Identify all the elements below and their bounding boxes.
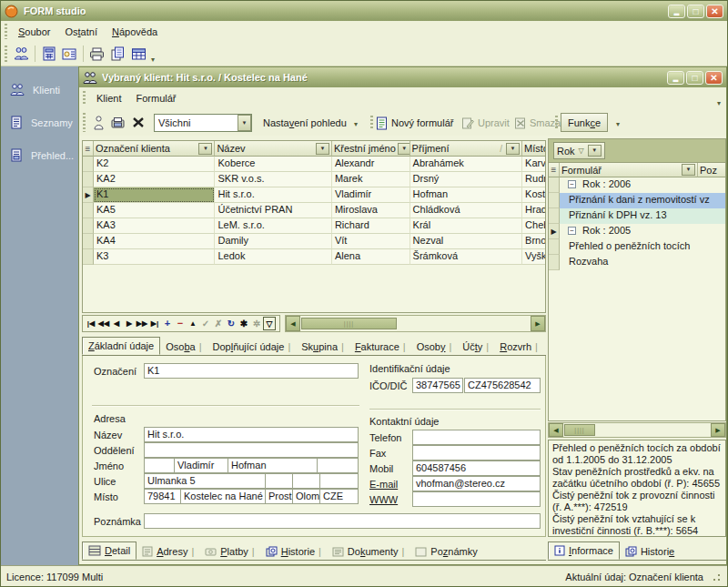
- table-row[interactable]: K2 Koberce Alexandr Abrahámek Karv: [83, 157, 545, 172]
- person-icon[interactable]: [89, 112, 108, 133]
- nav-post-button[interactable]: ✓: [199, 317, 212, 330]
- nav-cancel-button[interactable]: ✗: [212, 317, 225, 330]
- group-row-current[interactable]: Rok : 2005: [549, 224, 725, 239]
- column-header-misto[interactable]: Místo: [522, 141, 545, 157]
- card-printer-icon[interactable]: [108, 112, 128, 133]
- titul-field[interactable]: [144, 458, 175, 473]
- chevron-down-icon[interactable]: [588, 145, 602, 157]
- new-form-button[interactable]: Nový formulář: [376, 114, 453, 132]
- tab-adresy[interactable]: Adresy|: [136, 543, 199, 560]
- print-icon[interactable]: [86, 44, 107, 65]
- minimize-button[interactable]: [668, 5, 685, 18]
- table-row[interactable]: KA4 Damily Vít Nezval Brno: [83, 234, 545, 249]
- jmeno-field[interactable]: Vladimír: [174, 458, 228, 473]
- toolbar-grip[interactable]: [83, 113, 86, 131]
- dic-field[interactable]: CZ475628542: [464, 378, 541, 393]
- menu-overflow-icon[interactable]: ▾: [715, 99, 723, 107]
- collapse-icon[interactable]: [568, 227, 576, 235]
- tab-historie[interactable]: Historie|: [260, 543, 327, 560]
- fax-field[interactable]: [412, 445, 541, 460]
- column-filter-icon[interactable]: [506, 143, 520, 155]
- copy-documents-icon[interactable]: [107, 44, 128, 65]
- table-row[interactable]: K3 Ledok Alena Šrámková Vyšk: [83, 249, 545, 265]
- column-filter-icon[interactable]: [682, 164, 695, 176]
- ulice-extra-field[interactable]: [265, 473, 293, 489]
- telefon-field[interactable]: [412, 430, 541, 445]
- column-header-formular[interactable]: Formulář: [560, 163, 698, 177]
- email-field[interactable]: vhofman@stereo.cz: [412, 476, 541, 491]
- tab-skupina[interactable]: Skupina|: [296, 339, 349, 355]
- filter-funnel-icon[interactable]: ▽: [263, 317, 276, 330]
- table-row[interactable]: KA3 LeM. s.r.o. Richard Král Cheb: [83, 218, 545, 234]
- maximize-button[interactable]: [687, 5, 704, 18]
- tab-zakladni-udaje[interactable]: Základní údaje: [82, 337, 160, 355]
- nav-last-button[interactable]: ▶|: [148, 317, 161, 330]
- nav-delete-button[interactable]: −: [174, 317, 187, 330]
- table-row[interactable]: KA5 Účetnictví PRAN Miroslava Chládková …: [83, 203, 545, 218]
- chevron-down-icon[interactable]: [238, 115, 251, 131]
- scrollbar-thumb[interactable]: ||||: [564, 424, 595, 436]
- menu-formular[interactable]: Formulář: [129, 90, 184, 106]
- column-header-oznaceni[interactable]: Označení klienta: [94, 141, 215, 157]
- close-button[interactable]: [705, 71, 723, 85]
- grid-corner-icon[interactable]: [549, 163, 560, 177]
- nav-first-button[interactable]: |◀: [85, 317, 97, 330]
- okres-field[interactable]: Prost: [265, 489, 293, 504]
- tab-historie[interactable]: Historie: [620, 543, 680, 560]
- minimize-button[interactable]: [667, 71, 684, 85]
- tab-doplnujici-udaje[interactable]: Doplňující údaje|: [207, 339, 296, 355]
- resize-grip[interactable]: [711, 572, 722, 582]
- scroll-right-icon[interactable]: ▶: [711, 423, 725, 437]
- column-header-prijmeni[interactable]: Příjmení/: [410, 141, 523, 157]
- sidebar-item-klienti[interactable]: Klienti: [1, 81, 78, 98]
- delete-x-icon[interactable]: [128, 112, 148, 133]
- tab-osoba[interactable]: Osoba|: [160, 339, 207, 355]
- kraj-field[interactable]: Olom: [292, 489, 320, 504]
- menubar-grip[interactable]: [83, 91, 86, 106]
- www-link-label[interactable]: WWW: [369, 494, 398, 505]
- scrollbar-thumb[interactable]: ||||: [301, 318, 397, 329]
- group-by-chip-rok[interactable]: Rok ▽: [553, 142, 605, 159]
- nav-prior-button[interactable]: ◀: [110, 317, 123, 330]
- data-grid-icon[interactable]: [128, 44, 149, 65]
- scroll-right-icon[interactable]: ▶: [531, 316, 545, 331]
- toolbar-grip[interactable]: [370, 116, 373, 130]
- nazev-field[interactable]: Hit s.r.o.: [144, 427, 359, 442]
- scroll-left-icon[interactable]: ◀: [549, 423, 563, 437]
- tab-fakturace[interactable]: Fakturace|: [349, 339, 411, 355]
- ico-field[interactable]: 38747565: [412, 378, 463, 393]
- sidebar-item-seznamy[interactable]: Seznamy: [1, 114, 78, 131]
- oddeleni-field[interactable]: [144, 442, 359, 458]
- calculator-icon[interactable]: [38, 44, 59, 65]
- toolbar-grip[interactable]: [5, 46, 7, 62]
- edit-button[interactable]: Upravit: [461, 114, 510, 132]
- close-button[interactable]: [706, 5, 723, 18]
- group-row[interactable]: Rok : 2006: [549, 177, 725, 193]
- tab-ucty[interactable]: Účty|: [457, 339, 494, 355]
- www-field[interactable]: [412, 491, 541, 507]
- view-settings-button[interactable]: Nastavení pohledu: [258, 114, 352, 132]
- tab-dokumenty[interactable]: Dokumenty|: [327, 543, 410, 560]
- column-filter-icon[interactable]: [198, 143, 212, 155]
- tab-poznamky[interactable]: Poznámky: [410, 543, 482, 560]
- grid-corner-icon[interactable]: [83, 141, 94, 157]
- nav-next-page-button[interactable]: ▶▶: [136, 317, 148, 330]
- menu-klient[interactable]: Klient: [89, 90, 129, 106]
- nav-next-button[interactable]: ▶: [123, 317, 136, 330]
- list-item[interactable]: Rozvaha: [549, 255, 725, 270]
- nav-insert-button[interactable]: +: [161, 317, 174, 330]
- column-filter-icon[interactable]: [316, 143, 329, 155]
- tab-informace[interactable]: Informace: [548, 541, 620, 560]
- clients-icon[interactable]: [11, 44, 32, 65]
- mobil-field[interactable]: 604587456: [412, 460, 541, 476]
- column-header-krestni[interactable]: Křestní jméno: [332, 141, 410, 157]
- oznaceni-field[interactable]: K1: [144, 363, 359, 379]
- restore-button[interactable]: [686, 71, 703, 85]
- tab-platby[interactable]: Platby|: [199, 543, 259, 560]
- nav-prior-page-button[interactable]: ◀◀: [97, 317, 110, 330]
- toolbar-grip[interactable]: [555, 116, 558, 130]
- list-item[interactable]: Přehled o peněžních tocích: [549, 239, 725, 255]
- nav-edit-button[interactable]: ▲: [187, 317, 199, 330]
- menu-napoveda[interactable]: Nápověda: [105, 24, 165, 40]
- nav-bookmark-button[interactable]: ✱: [238, 317, 250, 330]
